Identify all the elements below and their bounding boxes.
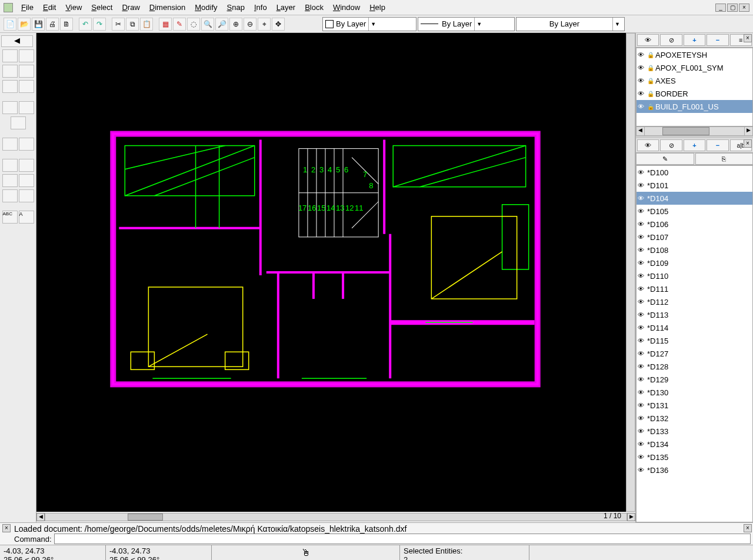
show-all-icon[interactable]: 👁 xyxy=(637,139,659,151)
block-row[interactable]: 👁*D101 xyxy=(637,179,752,192)
remove-block-icon[interactable]: − xyxy=(707,139,728,151)
tool-trim1-icon[interactable] xyxy=(2,159,18,172)
add-layer-icon[interactable]: + xyxy=(684,34,705,46)
block-row[interactable]: 👁*D104 xyxy=(637,192,752,205)
menu-help[interactable]: Help xyxy=(365,1,390,14)
tool-polyline-icon[interactable] xyxy=(19,49,34,62)
zoom-out-icon[interactable]: 🔎 xyxy=(215,18,228,31)
cmdbar-close2-icon[interactable]: × xyxy=(744,524,752,532)
layer-list[interactable]: 👁🔒APOXETEYSH👁🔒APOX_FL001_SYM👁🔒AXES👁🔒BORD… xyxy=(636,48,753,126)
scroll-left-icon[interactable]: ◀ xyxy=(36,513,45,521)
cut-icon[interactable]: ✂ xyxy=(112,18,125,31)
window-min-icon[interactable]: _ xyxy=(715,4,726,12)
open-icon[interactable]: 📂 xyxy=(18,18,31,31)
menu-draw[interactable]: Draw xyxy=(117,1,144,14)
block-row[interactable]: 👁*D109 xyxy=(637,256,752,269)
block-row[interactable]: 👁*D110 xyxy=(637,269,752,282)
block-row[interactable]: 👁*D105 xyxy=(637,205,752,218)
zoom-auto-icon[interactable]: ⊕ xyxy=(229,18,242,31)
color-combo[interactable]: By Layer ▼ xyxy=(322,17,417,31)
tab-edit-icon[interactable]: ✎ xyxy=(636,153,694,165)
grid-icon[interactable]: ▦ xyxy=(159,18,172,31)
draft-icon[interactable]: ✎ xyxy=(173,18,186,31)
block-row[interactable]: 👁*D134 xyxy=(637,438,752,451)
tool-wand-icon[interactable] xyxy=(19,189,34,202)
panel-close-icon[interactable]: × xyxy=(744,34,752,42)
tool-hatch1-icon[interactable] xyxy=(2,174,18,187)
tool-arrow2-icon[interactable] xyxy=(19,101,34,114)
menu-edit[interactable]: Edit xyxy=(38,1,61,14)
window-max-icon[interactable]: ▢ xyxy=(727,4,738,12)
tool-arrow3-icon[interactable] xyxy=(11,116,26,129)
new-icon[interactable]: 📄 xyxy=(4,18,16,31)
block-row[interactable]: 👁*D133 xyxy=(637,425,752,438)
save-icon[interactable]: 💾 xyxy=(32,18,45,31)
menu-view[interactable]: View xyxy=(61,1,86,14)
block-row[interactable]: 👁*D107 xyxy=(637,231,752,244)
hide-all-icon[interactable]: ⊘ xyxy=(660,139,682,151)
tool-dot-icon[interactable] xyxy=(2,189,18,202)
tool-arc2-icon[interactable] xyxy=(19,138,34,151)
scrollbar-horizontal[interactable] xyxy=(45,513,627,521)
cmdbar-close-icon[interactable]: × xyxy=(2,524,11,532)
block-row[interactable]: 👁*D127 xyxy=(637,347,752,360)
hide-all-icon[interactable]: ⊘ xyxy=(660,34,682,46)
remove-layer-icon[interactable]: − xyxy=(707,34,728,46)
block-list[interactable]: 👁*D100👁*D101👁*D104👁*D105👁*D106👁*D107👁*D1… xyxy=(636,165,753,522)
tool-text-icon[interactable]: ABC xyxy=(2,211,18,224)
tool-trim2-icon[interactable] xyxy=(19,159,34,172)
zoom-in-icon[interactable]: 🔍 xyxy=(201,18,214,31)
scroll-left-icon[interactable]: ◀ xyxy=(637,127,645,135)
add-block-icon[interactable]: + xyxy=(684,139,705,151)
show-all-icon[interactable]: 👁 xyxy=(637,34,659,46)
tool-x2-icon[interactable] xyxy=(19,80,34,93)
zoom-prev-icon[interactable]: ⊖ xyxy=(244,18,256,31)
menu-info[interactable]: Info xyxy=(249,1,272,14)
paste-icon[interactable]: 📋 xyxy=(140,18,153,31)
layer-row[interactable]: 👁🔒BORDER xyxy=(637,87,752,100)
menu-file[interactable]: File xyxy=(16,1,38,14)
block-row[interactable]: 👁*D131 xyxy=(637,399,752,412)
menu-block[interactable]: Block xyxy=(300,1,328,14)
block-row[interactable]: 👁*D130 xyxy=(637,386,752,399)
menu-layer[interactable]: Layer xyxy=(272,1,301,14)
tool-hatch2-icon[interactable] xyxy=(19,174,34,187)
linewidth-combo[interactable]: By Layer ▼ xyxy=(516,17,625,31)
tool-textbox-icon[interactable]: A xyxy=(19,211,34,224)
tool-line-icon[interactable] xyxy=(2,49,18,62)
tool-mirror-icon[interactable] xyxy=(19,65,34,78)
window-close-icon[interactable]: × xyxy=(739,4,749,12)
block-row[interactable]: 👁*D112 xyxy=(637,295,752,308)
zoom-window-icon[interactable]: ⌖ xyxy=(258,18,271,31)
tab-insert-icon[interactable]: ⎘ xyxy=(695,153,754,165)
linetype-combo[interactable]: By Layer ▼ xyxy=(418,17,515,31)
block-row[interactable]: 👁*D113 xyxy=(637,308,752,321)
layer-row[interactable]: 👁🔒BUILD_FL001_US xyxy=(637,100,752,113)
block-row[interactable]: 👁*D111 xyxy=(637,282,752,295)
layer-row[interactable]: 👁🔒APOX_FL001_SYM xyxy=(637,61,752,74)
block-row[interactable]: 👁*D114 xyxy=(637,321,752,334)
layer-row[interactable]: 👁🔒APOXETEYSH xyxy=(637,48,752,61)
block-row[interactable]: 👁*D108 xyxy=(637,244,752,256)
tool-arrow1-icon[interactable] xyxy=(2,101,18,114)
select-rect-icon[interactable]: ◌ xyxy=(187,18,200,31)
copy-icon[interactable]: ⧉ xyxy=(126,18,139,31)
tool-x1-icon[interactable] xyxy=(2,80,18,93)
block-row[interactable]: 👁*D136 xyxy=(637,464,752,476)
menu-modify[interactable]: Modify xyxy=(190,1,222,14)
block-row[interactable]: 👁*D135 xyxy=(637,451,752,464)
block-row[interactable]: 👁*D106 xyxy=(637,218,752,231)
print-preview-icon[interactable]: 🗎 xyxy=(60,18,73,31)
scroll-right-icon[interactable]: ▶ xyxy=(744,127,752,135)
block-row[interactable]: 👁*D129 xyxy=(637,373,752,386)
block-row[interactable]: 👁*D128 xyxy=(637,360,752,373)
back-button[interactable]: ◀ xyxy=(1,35,33,47)
menu-snap[interactable]: Snap xyxy=(222,1,249,14)
block-row[interactable]: 👁*D115 xyxy=(637,334,752,347)
layer-row[interactable]: 👁🔒AXES xyxy=(637,74,752,87)
pan-icon[interactable]: ✥ xyxy=(272,18,285,31)
drawing-canvas[interactable]: 123 456 78 111213 141516 17 xyxy=(36,33,626,512)
scrollbar-vertical[interactable] xyxy=(626,33,635,512)
menu-dimension[interactable]: Dimension xyxy=(145,1,190,14)
undo-icon[interactable]: ↶ xyxy=(79,18,92,31)
